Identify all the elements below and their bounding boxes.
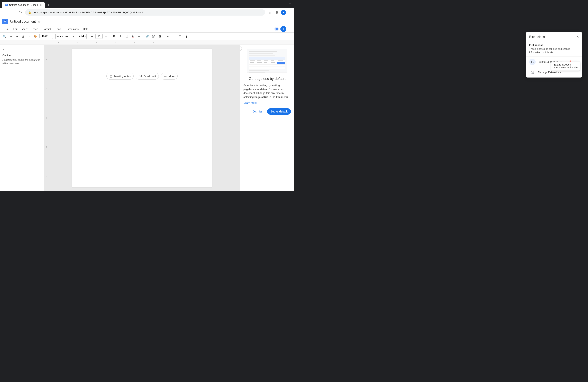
svg-rect-29 [271, 60, 274, 60]
svg-rect-21 [256, 57, 263, 59]
line-spacing-btn[interactable]: ↕ [171, 34, 177, 39]
svg-rect-22 [263, 57, 270, 59]
font-size-minus-btn[interactable]: – [89, 34, 95, 39]
image-btn[interactable]: 🖼 [157, 34, 162, 39]
page-marker-3: 3 [46, 117, 47, 119]
pageless-title: Go pageless by default [243, 77, 291, 81]
italic-btn[interactable]: I [118, 34, 123, 39]
docs-header: Untitled document ☆ File Edit View Inser… [0, 17, 294, 32]
docs-app: Untitled document ☆ File Edit View Inser… [0, 17, 294, 191]
refresh-button[interactable]: ↻ [18, 10, 23, 15]
menu-file[interactable]: File [2, 27, 11, 31]
menu-tools[interactable]: Tools [53, 27, 63, 31]
forward-button[interactable]: › [10, 10, 16, 15]
email-draft-label: Email draft [143, 75, 156, 78]
menu-edit[interactable]: Edit [11, 27, 20, 31]
browser-expand-button[interactable]: ▾ [289, 2, 293, 6]
toolbar-sep-3 [77, 34, 77, 38]
print-btn[interactable]: 🖨 [20, 34, 26, 39]
docs-menu-dots[interactable]: ⋮ [288, 27, 292, 31]
panel-collapse-button[interactable]: › [240, 46, 242, 51]
learn-more-link[interactable]: Learn more [243, 101, 291, 104]
text-color-btn[interactable]: A [130, 34, 136, 39]
checklist-btn[interactable]: ☑ [177, 34, 183, 39]
meeting-notes-label: Meeting notes [114, 75, 131, 78]
email-draft-button[interactable]: Email draft [136, 73, 159, 79]
ruler-numbers: 1 2 3 4 5 6 [0, 40, 294, 45]
tab-title: Untitled document - Google [9, 4, 38, 6]
underline-btn[interactable]: U [124, 34, 129, 39]
sidebar-back-button[interactable]: ← [2, 47, 42, 51]
pageless-preview-image [247, 49, 287, 73]
tab-bar: Untitled document - Google × + [1, 0, 51, 8]
template-buttons: Meeting notes Email draft More [88, 73, 196, 79]
outline-hint: Headings you add to the document will ap… [2, 58, 42, 65]
menu-view[interactable]: View [20, 27, 29, 31]
new-tab-button[interactable]: + [46, 2, 51, 8]
svg-rect-9 [249, 53, 273, 54]
svg-rect-30 [278, 60, 283, 60]
menu-insert[interactable]: Insert [30, 27, 41, 31]
document-area[interactable]: 1 2 3 4 5 Meeting notes Email draft [44, 45, 240, 191]
main-content: ← Outline Headings you add to the docume… [0, 45, 294, 191]
svg-rect-24 [277, 57, 285, 59]
page-marker-5: 5 [46, 175, 47, 177]
extension-puzzle-icon[interactable]: ⊕ [274, 10, 280, 15]
svg-point-6 [166, 76, 167, 76]
comment-btn[interactable]: 💬 [151, 34, 156, 39]
docs-profile-avatar[interactable]: K [280, 26, 286, 32]
bold-btn[interactable]: B [111, 34, 117, 39]
font-size-input[interactable] [95, 34, 103, 39]
outline-title: Outline [2, 54, 42, 57]
undo-btn[interactable]: ↩ [8, 34, 13, 39]
spell-check-btn[interactable]: ✓ [26, 34, 32, 39]
url-text: docs.google.com/document/d/1HcBXSJhmHQP7… [33, 11, 144, 14]
more-templates-button[interactable]: More [161, 73, 178, 79]
profile-avatar[interactable]: K [281, 10, 286, 15]
doc-title[interactable]: Untitled document [10, 20, 36, 23]
font-size-plus-btn[interactable]: + [103, 34, 109, 39]
menu-format[interactable]: Format [41, 27, 53, 31]
svg-rect-8 [249, 51, 277, 52]
highlight-btn[interactable]: ✏ [136, 34, 142, 39]
panel-action-buttons: Dismiss Set as default [243, 108, 291, 115]
align-btn[interactable]: ≡ [165, 34, 171, 39]
font-name-value: Arial [79, 35, 84, 38]
zoom-selector[interactable]: 100% ▾ [41, 34, 53, 39]
dismiss-button[interactable]: Dismiss [250, 108, 265, 115]
svg-rect-31 [250, 62, 254, 63]
link-btn[interactable]: 🔗 [144, 34, 150, 39]
set-default-button[interactable]: Set as default [267, 108, 291, 115]
font-arrow: ▾ [84, 35, 85, 38]
active-tab[interactable]: Untitled document - Google × [1, 2, 45, 8]
paint-format-btn[interactable]: 🎨 [33, 34, 38, 39]
pageless-description: Save time formatting by making pageless … [243, 83, 291, 99]
text-style-selector[interactable]: Normal text ▾ [55, 34, 75, 39]
document-page[interactable]: Meeting notes Email draft More [72, 49, 212, 187]
meeting-notes-button[interactable]: Meeting notes [106, 73, 134, 79]
font-name-container[interactable]: Arial ▾ [78, 34, 87, 39]
bookmark-icon[interactable]: ☆ [267, 10, 273, 15]
star-icon[interactable]: ☆ [38, 20, 41, 24]
page-setup-text: Page setup [254, 96, 268, 98]
tab-close-button[interactable]: × [40, 3, 42, 7]
back-button[interactable]: ‹ [2, 10, 8, 15]
menu-bar: File Edit View Insert Format Tools Exten… [2, 26, 292, 32]
format-toolbar: 🔍 ↩ ↪ 🖨 ✓ 🎨 100% ▾ Normal text ▾ Arial ▾… [0, 32, 294, 40]
pageless-preview [243, 49, 291, 73]
url-bar[interactable]: 🔒 docs.google.com/document/d/1HcBXSJhmHQ… [25, 9, 265, 16]
page-markers: 1 2 3 4 5 [45, 45, 48, 191]
search-toolbar-btn[interactable]: 🔍 [1, 34, 7, 39]
more-templates-label: More [168, 75, 175, 78]
zoom-arrow: ▾ [48, 35, 50, 38]
zoom-value: 100% [42, 35, 48, 38]
more-toolbar-btn[interactable]: ⋮ [184, 34, 189, 39]
toolbar-sep-5 [110, 34, 110, 38]
svg-rect-26 [250, 60, 255, 60]
menu-extensions[interactable]: Extensions [64, 27, 81, 31]
svg-rect-27 [257, 60, 261, 60]
menu-help[interactable]: Help [81, 27, 90, 31]
svg-rect-34 [271, 62, 275, 63]
browser-menu-dots[interactable]: ⋮ [288, 10, 292, 15]
redo-btn[interactable]: ↪ [14, 34, 20, 39]
